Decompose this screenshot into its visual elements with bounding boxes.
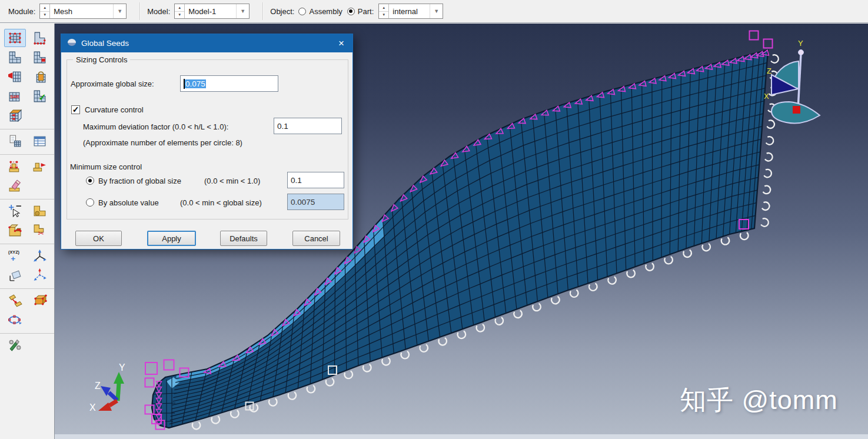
module-label: Module: [8,7,35,16]
cancel-button[interactable]: Cancel [292,231,340,246]
svg-text:✓: ✓ [38,92,46,102]
datum-axis-tool[interactable] [29,247,51,265]
mesh-region-tool[interactable] [29,48,51,66]
selection-filter-tool[interactable] [4,202,26,220]
seed-part-tool[interactable] [4,29,26,47]
close-icon[interactable]: × [337,38,345,48]
toolbox-section [0,333,54,358]
partition-face-tool[interactable] [29,202,51,220]
spin-down-icon[interactable]: ▼ [379,12,388,19]
assign-element-type-tool-icon: S4R [7,89,23,104]
svg-text:X: X [89,403,96,413]
approx-global-size-field[interactable]: 0.075 [180,75,278,92]
curvature-control-checkbox[interactable]: ✓ [71,105,80,114]
curvature-control-label: Curvature control [85,105,144,114]
partition-face-tool-icon [32,204,48,218]
context-toolbar: Module: ▲▼ Mesh ▼ Model: ▲▼ Model-1 ▼ Ob… [0,0,868,23]
dropdown-arrow-icon[interactable]: ▼ [430,4,443,18]
associate-mesh-tool-icon [7,134,23,148]
mesh-part-tool[interactable] [4,48,26,66]
mesh-orientation-tool[interactable] [29,68,51,86]
object-part-option[interactable]: Part: [347,7,374,16]
by-fraction-label: By fraction of global size [98,177,181,185]
datum-point-xyz-tool[interactable]: (XYZ)+ [4,247,26,265]
sizing-controls-label: Sizing Controls [73,55,130,64]
by-fraction-radio[interactable] [86,177,94,185]
datum-csys-tool-icon [32,268,48,282]
toolbox-section [0,288,54,332]
dialog-titlebar[interactable]: Global Seeds × [61,34,352,52]
spin-up-icon[interactable]: ▲ [379,4,388,12]
query-tools-tool-icon [7,338,23,352]
mesh-stack-tool[interactable] [4,107,26,125]
toolbar-separator [139,2,140,20]
toolbox-section [0,154,54,198]
by-absolute-range: (0.0 < min < global size) [180,198,262,207]
toolbox-section: S4R✓ [0,26,54,128]
delete-mesh-tool[interactable] [4,68,26,86]
partition-cell-tool[interactable] [4,221,26,240]
module-combobox[interactable]: ▲▼ Mesh ▼ [39,4,127,19]
by-fraction-field[interactable]: 0.1 [287,172,344,188]
query-tools-tool[interactable] [4,336,26,354]
spin-up-icon[interactable]: ▲ [175,4,184,12]
associate-mesh-tool[interactable] [4,132,26,150]
selection-filter-tool-icon [7,204,23,218]
watermark: 知乎 @tomm [680,383,862,418]
edit-mesh-eraser-tool[interactable] [4,177,26,195]
datum-axis-tool-icon [32,248,48,263]
object-assembly-option[interactable]: Assembly [298,7,342,16]
module-spinner[interactable]: ▲▼ [40,4,50,18]
datum-point-xyz-tool-icon: (XYZ)+ [7,248,23,263]
mesh-table-tool[interactable] [29,132,51,150]
by-absolute-field[interactable]: 0.0075 [287,194,344,210]
edit-mesh-move-tool[interactable] [29,157,51,175]
datum-csys-tool[interactable] [29,266,51,284]
dropdown-arrow-icon[interactable]: ▼ [236,4,249,18]
object-label: Object: [270,7,294,16]
mesh-table-tool-icon [32,134,48,148]
part-combobox[interactable]: ▲▼ internal ▼ [378,4,443,19]
spin-down-icon[interactable]: ▼ [40,12,49,19]
defaults-button[interactable]: Defaults [220,231,267,246]
toolbar-separator [262,2,263,20]
dropdown-arrow-icon[interactable]: ▼ [113,4,126,18]
model-combobox[interactable]: ▲▼ Model-1 ▼ [174,4,250,19]
datum-plane-tool[interactable] [4,266,26,284]
assembly-radio[interactable] [298,8,306,15]
seed-edges-tool[interactable] [29,29,51,47]
by-absolute-radio[interactable] [86,198,94,207]
svg-text:+: + [11,254,15,263]
svg-text:Z: Z [95,381,101,391]
trim-edge-tool[interactable]: ✂ [29,221,51,240]
partition-cell-tool-icon [7,223,23,238]
seed-part-tool-icon [7,31,23,45]
part-spinner[interactable]: ▲▼ [379,4,389,18]
spin-down-icon[interactable]: ▼ [175,12,184,19]
spin-up-icon[interactable]: ▲ [40,4,49,12]
toolbox-section: (XYZ)+ [0,244,54,288]
edit-mesh-move-tool-icon [32,159,48,174]
edit-mesh-node-tool[interactable] [4,157,26,175]
create-mesh-part-tool-icon [7,293,23,308]
assembly-label: Assembly [309,7,342,16]
create-mesh-part-tool[interactable] [4,291,26,310]
svg-text:Y: Y [119,362,125,373]
create-orphan-mesh-tool[interactable] [29,291,51,310]
max-deviation-field[interactable]: 0.1 [274,118,342,134]
assign-element-type-tool[interactable]: S4R [4,87,26,105]
by-absolute-label: By absolute value [98,198,159,207]
by-fraction-range: (0.0 < min < 1.0) [204,177,260,185]
prompt-area [55,434,868,439]
apply-button[interactable]: Apply [147,231,196,246]
verify-mesh-tool[interactable]: ✓ [29,87,51,105]
minimum-size-control-label: Minimum size control [70,162,142,171]
delete-mesh-tool-icon [7,69,23,84]
edit-feature-tool[interactable] [4,311,26,329]
by-absolute-value: 0.0075 [291,198,315,207]
model-spinner[interactable]: ▲▼ [175,4,185,18]
part-radio[interactable] [347,8,355,15]
svg-text:✂: ✂ [38,230,44,238]
ok-button[interactable]: OK [75,231,122,246]
elements-per-circle-note: (Approximate number of elements per circ… [83,138,242,147]
